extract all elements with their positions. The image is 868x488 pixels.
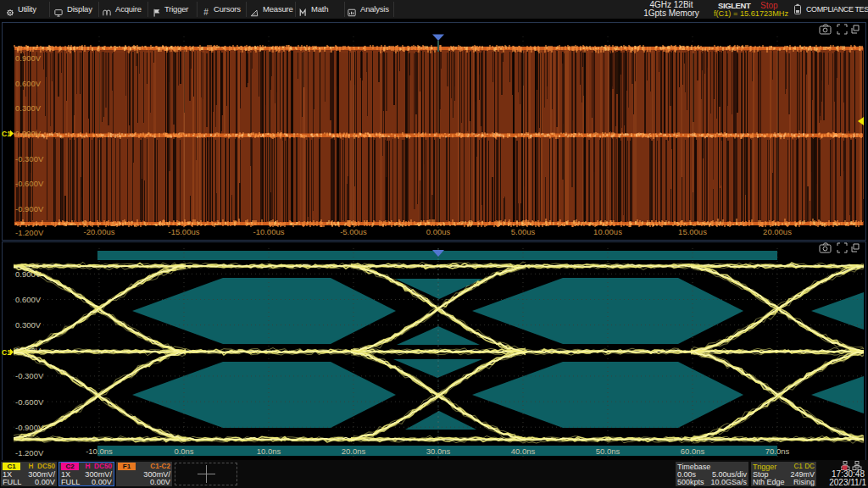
svg-text:0.600V: 0.600V [15,79,42,88]
svg-text:0.600V: 0.600V [15,295,42,304]
svg-text:0.300V: 0.300V [15,103,42,113]
svg-text:5.00us: 5.00us [511,227,536,236]
svg-text:-0.600V: -0.600V [15,179,44,188]
svg-text:0.900V: 0.900V [15,53,42,63]
svg-text:-15.00us: -15.00us [169,227,200,236]
svg-text:30.0ns: 30.0ns [426,446,451,456]
svg-text:-0.300V: -0.300V [15,371,44,380]
svg-text:40.0ns: 40.0ns [511,446,536,456]
svg-text:0.000V: 0.000V [15,129,42,138]
svg-text:-0.600V: -0.600V [15,397,44,407]
svg-text:10.0ns: 10.0ns [257,446,281,456]
svg-text:C1: C1 [2,130,11,138]
svg-text:-10.0ns: -10.0ns [86,446,113,456]
svg-text:#: # [203,8,209,17]
svg-text:0.300V: 0.300V [15,320,42,330]
svg-text:-0.300V: -0.300V [15,154,44,164]
svg-text:20.00us: 20.00us [763,227,792,236]
svg-text:0.00us: 0.00us [426,227,451,236]
svg-text:70.0ns: 70.0ns [765,446,790,456]
svg-text:-5.00us: -5.00us [340,227,367,236]
svg-text:-10.00us: -10.00us [253,227,285,236]
svg-text:15.00us: 15.00us [678,227,707,236]
svg-text:-1.200V: -1.200V [15,228,44,237]
svg-text:50.0ns: 50.0ns [596,446,620,456]
svg-text:60.0ns: 60.0ns [681,446,705,456]
svg-text:-1.200V: -1.200V [15,448,44,458]
svg-text:-20.00us: -20.00us [84,227,115,236]
svg-text:10.00us: 10.00us [593,227,622,236]
svg-text:20.0ns: 20.0ns [342,446,366,456]
svg-text:C1: C1 [2,348,11,357]
svg-text:-0.900V: -0.900V [15,204,44,214]
svg-text:0.0ns: 0.0ns [174,446,193,456]
